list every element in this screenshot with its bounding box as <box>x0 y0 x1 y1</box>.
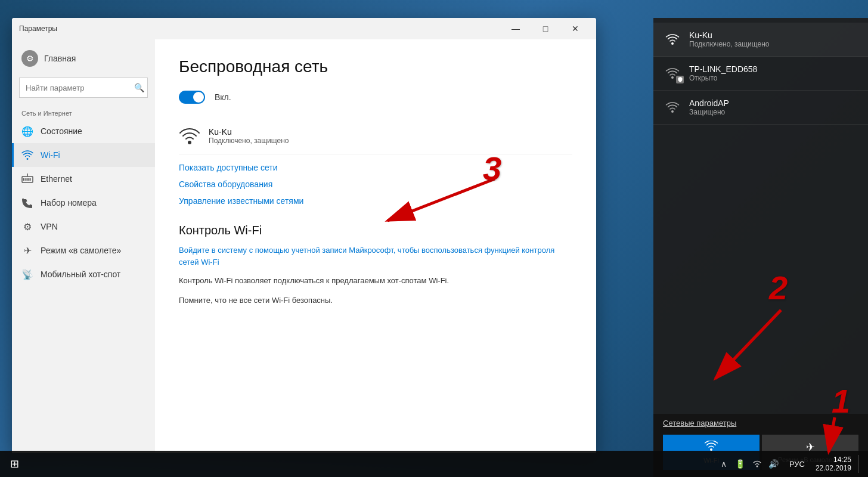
network-settings-link[interactable]: Сетевые параметры <box>663 419 858 428</box>
home-icon: ⚙ <box>21 50 38 67</box>
sidebar-item-vpn[interactable]: ⚙ VPN <box>12 215 155 238</box>
panel-wifi-icon-tplink <box>663 64 682 83</box>
panel-network-kuku[interactable]: Ku-Ku Подключено, защищено <box>653 23 868 57</box>
svg-point-5 <box>188 141 191 144</box>
panel-network-tplink[interactable]: TP-LINK_EDD658 Открыто <box>653 57 868 91</box>
network-info: Ku-Ku Подключено, защищено <box>209 127 289 145</box>
search-input[interactable] <box>19 78 148 98</box>
language-indicator[interactable]: РУС <box>786 460 808 469</box>
sidebar-section-label: Сеть и Интернет <box>12 103 155 119</box>
sidebar-item-airplane[interactable]: ✈ Режим «в самолете» <box>12 238 155 262</box>
title-bar: Параметры — □ ✕ <box>12 18 596 39</box>
volume-icon[interactable]: 🔊 <box>767 457 781 471</box>
taskbar-right: ∧ 🔋 🔊 РУС 14:25 22.02.2019 <box>714 455 868 473</box>
wifi-sense-desc1: Контроль Wi-Fi позволяет подключаться к … <box>179 275 572 287</box>
taskbar-left: ⊞ <box>0 451 29 477</box>
page-title: Беспроводная сеть <box>179 57 572 76</box>
network-name: Ku-Ku <box>209 127 289 137</box>
network-wifi-icon <box>179 125 200 147</box>
svg-point-6 <box>671 42 674 45</box>
clock-time: 14:25 <box>816 456 851 464</box>
svg-rect-3 <box>27 178 29 181</box>
clock-date: 22.02.2019 <box>816 464 851 472</box>
start-button[interactable]: ⊞ <box>0 451 29 477</box>
svg-rect-4 <box>30 178 31 181</box>
panel-network-androidap[interactable]: AndroidAP Защищено <box>653 91 868 125</box>
phone-icon <box>21 197 33 209</box>
sidebar: ⚙ Главная 🔍 Сеть и Интернет 🌐 Состояние <box>12 39 155 453</box>
svg-rect-1 <box>23 178 24 181</box>
wifi-toggle[interactable] <box>179 91 205 104</box>
sidebar-item-mobilehotspot[interactable]: 📡 Мобильный хот-спот <box>12 262 155 286</box>
svg-point-7 <box>671 76 674 79</box>
sidebar-home-item[interactable]: ⚙ Главная <box>12 44 155 73</box>
panel-network-info-tplink: TP-LINK_EDD658 Открыто <box>689 64 757 82</box>
panel-network-info-kuku: Ku-Ku Подключено, защищено <box>689 30 770 48</box>
battery-icon: 🔋 <box>733 457 748 471</box>
manage-networks-link[interactable]: Управление известными сетями <box>179 193 303 209</box>
network-status: Подключено, защищено <box>209 137 289 145</box>
show-desktop-icon[interactable] <box>858 455 863 473</box>
svg-point-8 <box>671 110 674 113</box>
svg-point-10 <box>756 466 758 467</box>
sidebar-item-ethernet[interactable]: Ethernet <box>12 167 155 191</box>
settings-window: Параметры — □ ✕ ⚙ Главная 🔍 Сеть и Интер… <box>12 18 596 453</box>
wifi-panel-networks: Ku-Ku Подключено, защищено <box>653 18 868 414</box>
taskbar: ⊞ ∧ 🔋 🔊 РУС 14:25 22.02.2019 <box>0 451 868 477</box>
svg-rect-2 <box>26 178 27 181</box>
wifi-sense-title: Контроль Wi-Fi <box>179 224 572 237</box>
window-body: ⚙ Главная 🔍 Сеть и Интернет 🌐 Состояние <box>12 39 596 453</box>
sidebar-home-label: Главная <box>44 54 76 63</box>
show-networks-link[interactable]: Показать доступные сети <box>179 159 278 176</box>
main-content: Беспроводная сеть Вкл. <box>155 39 596 453</box>
wifi-icon <box>21 149 33 161</box>
toggle-label: Вкл. <box>215 92 231 102</box>
adapter-properties-link[interactable]: Свойства оборудования <box>179 176 272 193</box>
chevron-up-icon[interactable]: ∧ <box>717 457 731 471</box>
search-box: 🔍 <box>19 78 148 98</box>
title-bar-controls: — □ ✕ <box>502 20 589 38</box>
hotspot-icon: 📡 <box>21 268 33 280</box>
minimize-button[interactable]: — <box>502 20 529 38</box>
wifi-panel: Ku-Ku Подключено, защищено <box>653 18 868 477</box>
taskbar-system-icons: ∧ 🔋 🔊 <box>714 457 783 471</box>
vpn-icon: ⚙ <box>21 221 33 233</box>
wifi-sense-desc2: Помните, что не все сети Wi-Fi безопасны… <box>179 295 572 307</box>
desktop: Параметры — □ ✕ ⚙ Главная 🔍 Сеть и Интер… <box>0 0 868 477</box>
search-icon: 🔍 <box>134 83 144 92</box>
network-icon[interactable] <box>750 457 764 471</box>
connected-network-item: Ku-Ku Подключено, защищено <box>179 118 572 154</box>
wifi-sense-login-link[interactable]: Войдите в систему с помощью учетной запи… <box>179 244 572 268</box>
sidebar-item-status[interactable]: 🌐 Состояние <box>12 119 155 143</box>
wifi-toggle-row: Вкл. <box>179 91 572 104</box>
globe-icon: 🌐 <box>21 125 33 137</box>
window-title: Параметры <box>19 24 57 33</box>
panel-wifi-icon-kuku <box>663 30 682 49</box>
panel-network-info-androidap: AndroidAP Защищено <box>689 98 729 116</box>
sidebar-item-dialup[interactable]: Набор номера <box>12 191 155 215</box>
panel-wifi-icon-androidap <box>663 98 682 117</box>
clock[interactable]: 14:25 22.02.2019 <box>811 456 856 472</box>
close-button[interactable]: ✕ <box>562 20 589 38</box>
ethernet-icon <box>21 173 33 185</box>
sidebar-item-wifi[interactable]: Wi-Fi <box>12 143 155 167</box>
airplane-icon: ✈ <box>21 244 33 256</box>
maximize-button[interactable]: □ <box>532 20 559 38</box>
